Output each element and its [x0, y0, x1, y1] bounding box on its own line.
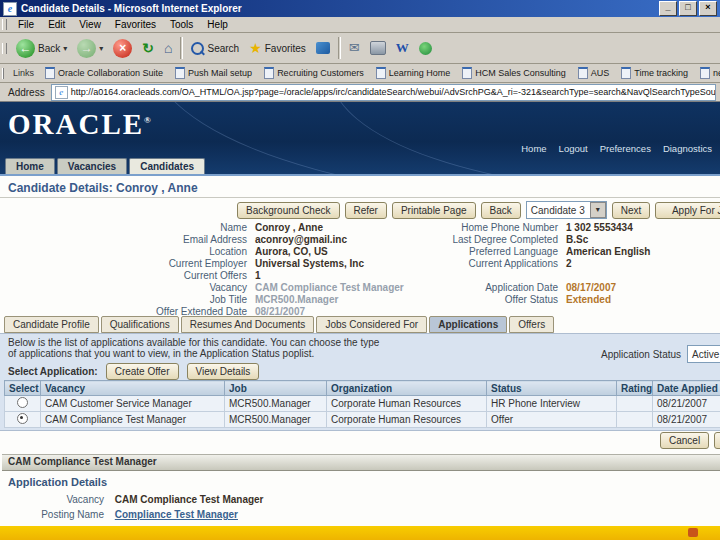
back-icon: ←	[16, 39, 35, 58]
close-button[interactable]: ×	[699, 1, 717, 16]
application-status-row: Application Status Active ▾	[601, 345, 720, 363]
stop-button[interactable]: ×	[108, 35, 137, 61]
tab-vacancies[interactable]: Vacancies	[57, 158, 127, 174]
edit-button[interactable]: W	[391, 35, 414, 61]
subtab-jobs-considered-for[interactable]: Jobs Considered For	[316, 316, 427, 333]
apply-for-job-button[interactable]: Apply For Job	[655, 202, 720, 219]
toolbar-grip[interactable]	[2, 43, 7, 54]
cell-rating	[617, 412, 653, 428]
minimize-button[interactable]: _	[659, 1, 677, 16]
tab-home[interactable]: Home	[5, 158, 55, 174]
media-icon	[316, 42, 330, 54]
link-hcm-sales-consulting[interactable]: HCM Sales Consulting	[456, 67, 572, 79]
messenger-button[interactable]	[414, 35, 437, 61]
link-aus[interactable]: AUS	[572, 67, 616, 79]
mail-button[interactable]: ✉	[344, 35, 365, 61]
candidate-select-value: Candidate 3	[531, 205, 585, 216]
details-left-column: NameConroy , Anne Email Addressaconroy@g…	[0, 222, 360, 318]
posting-name-field: Posting Name Compliance Test Manager	[0, 509, 238, 521]
cell-vacancy: CAM Compliance Test Manager	[41, 412, 225, 428]
candidate-select[interactable]: Candidate 3 ▾	[526, 201, 607, 219]
subtab-offers[interactable]: Offers	[509, 316, 554, 333]
menu-view[interactable]: View	[72, 19, 108, 30]
field-value: American English	[566, 246, 650, 257]
cell-status: Offer	[487, 412, 617, 428]
link-new[interactable]: new	[694, 67, 720, 79]
search-button[interactable]: Search	[186, 35, 244, 61]
create-offer-button[interactable]: Create Offer	[106, 363, 179, 380]
link-time-tracking[interactable]: Time tracking	[615, 67, 694, 79]
link-label: Oracle Collaboration Suite	[58, 68, 163, 78]
link-oracle-collaboration-suite[interactable]: Oracle Collaboration Suite	[39, 67, 169, 79]
field-value: 2	[566, 258, 572, 269]
link-label: Recruiting Customers	[277, 68, 364, 78]
oracle-banner: ORACLE® Home Logout Preferences Diagnost…	[0, 102, 720, 176]
sub-tabs: Candidate Profile Qualifications Resumes…	[4, 316, 554, 333]
link-recruiting-customers[interactable]: Recruiting Customers	[258, 67, 370, 79]
field-label: Job Title	[0, 294, 255, 306]
field-label: Name	[0, 222, 255, 234]
background-check-button[interactable]: Background Check	[237, 202, 340, 219]
link-label: new	[713, 68, 720, 78]
print-icon	[370, 41, 386, 55]
refresh-button[interactable]: ↻	[137, 35, 159, 61]
application-status-select[interactable]: Active ▾	[687, 345, 720, 363]
vacancy-field: Vacancy CAM Compliance Test Manager	[0, 494, 264, 506]
link-learning-home[interactable]: Learning Home	[370, 67, 457, 79]
cell-organization: Corporate Human Resources	[327, 412, 487, 428]
global-link-logout[interactable]: Logout	[559, 143, 588, 154]
application-details-heading: Application Details	[8, 476, 107, 488]
applications-note-line1: Below is the list of applications availa…	[8, 337, 379, 348]
forward-icon: →	[77, 39, 96, 58]
link-label: AUS	[591, 68, 610, 78]
tab-candidates[interactable]: Candidates	[129, 158, 205, 174]
global-link-diagnostics[interactable]: Diagnostics	[663, 143, 712, 154]
link-icon	[621, 67, 631, 79]
print-button[interactable]	[365, 35, 391, 61]
subtab-applications[interactable]: Applications	[429, 316, 507, 333]
menu-file[interactable]: File	[11, 19, 41, 30]
subtab-qualifications[interactable]: Qualifications	[101, 316, 179, 333]
application-status-label: Application Status	[601, 349, 681, 360]
row-radio[interactable]	[17, 397, 28, 408]
page-content: Candidate Details: Conroy , Anne Backgro…	[0, 176, 720, 532]
search-label: Search	[207, 43, 239, 54]
home-button[interactable]: ⌂	[159, 35, 177, 61]
cell-vacancy: CAM Customer Service Manager	[41, 396, 225, 412]
row-radio[interactable]	[17, 413, 28, 424]
forward-button[interactable]: → ▾	[72, 35, 108, 61]
back-button[interactable]: ← Back ▾	[11, 35, 72, 61]
save-button[interactable]: Save	[714, 432, 720, 449]
cancel-button[interactable]: Cancel	[660, 432, 709, 449]
media-button[interactable]	[311, 35, 335, 61]
favorites-button[interactable]: ★ Favorites	[244, 35, 311, 61]
mail-icon: ✉	[349, 40, 360, 56]
back-page-button[interactable]: Back	[481, 202, 521, 219]
next-button[interactable]: Next	[612, 202, 651, 219]
menubar-grip[interactable]	[2, 19, 7, 30]
global-link-preferences[interactable]: Preferences	[600, 143, 651, 154]
link-push-mail-setup[interactable]: Push Mail setup	[169, 67, 258, 79]
window-titlebar[interactable]: e Candidate Details - Microsoft Internet…	[0, 0, 720, 17]
subtab-candidate-profile[interactable]: Candidate Profile	[4, 316, 99, 333]
view-details-button[interactable]: View Details	[187, 363, 260, 380]
maximize-button[interactable]: □	[679, 1, 697, 16]
printable-page-button[interactable]: Printable Page	[392, 202, 476, 219]
chevron-down-icon: ▾	[590, 202, 606, 218]
menu-tools[interactable]: Tools	[163, 19, 200, 30]
menu-help[interactable]: Help	[200, 19, 235, 30]
refer-button[interactable]: Refer	[345, 202, 387, 219]
menu-favorites[interactable]: Favorites	[108, 19, 163, 30]
field-label: Email Address	[0, 234, 255, 246]
back-label: Back	[38, 43, 60, 54]
address-input[interactable]: e http://a0164.oracleads.com/OA_HTML/OA.…	[51, 84, 716, 101]
field-value: Universal Systems, Inc	[255, 258, 364, 269]
global-link-home[interactable]: Home	[521, 143, 546, 154]
posting-name-link[interactable]: Compliance Test Manager	[115, 509, 238, 520]
table-header-row: Select Vacancy Job Organization Status R…	[5, 381, 720, 396]
cell-date-applied: 08/21/2007	[653, 412, 720, 428]
subtab-resumes-and-documents[interactable]: Resumes And Documents	[181, 316, 315, 333]
table-row: CAM Customer Service Manager MCR500.Mana…	[5, 396, 720, 412]
menu-edit[interactable]: Edit	[41, 19, 72, 30]
linksbar-grip[interactable]	[2, 68, 4, 79]
